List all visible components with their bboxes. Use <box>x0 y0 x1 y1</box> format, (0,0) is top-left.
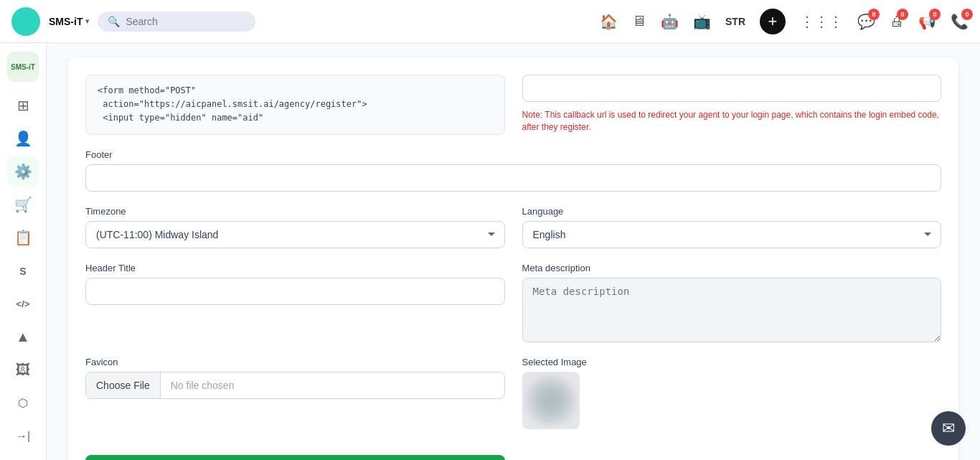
selected-image-preview <box>526 375 576 426</box>
sidebar-logo-text: SMS-iT <box>11 63 35 71</box>
update-information-button[interactable]: Update Information <box>85 455 505 460</box>
footer-input[interactable]: Joe's Marketing 18185558888 <box>85 164 941 192</box>
search-icon: 🔍 <box>108 16 120 27</box>
top-navigation: SMS-iT ▾ 🔍 🏠 🖥 🤖 📺 STR + ⋮⋮⋮ 💬 8 🖨 0 📢 0… <box>0 0 980 43</box>
brand-name[interactable]: SMS-iT ▾ <box>49 16 89 27</box>
form-grid: Footer Joe's Marketing 18185558888 Timez… <box>85 149 941 460</box>
sidebar: SMS-iT ⊞ 👤 ⚙️ 🛒 📋 S </> ▲ 🖼 ⬡ →| <box>0 43 47 460</box>
meta-desc-textarea[interactable] <box>522 278 942 342</box>
messages-icon-btn[interactable]: 💬 8 <box>857 13 875 30</box>
tv-icon-btn[interactable]: 📺 <box>693 13 711 30</box>
robot-icon-btn[interactable]: 🤖 <box>661 13 679 30</box>
plus-button[interactable]: + <box>760 9 786 34</box>
chat-widget-icon: ✉ <box>942 419 955 438</box>
favicon-label: Favicon <box>85 357 505 367</box>
selected-image-group: Selected Image <box>522 357 942 429</box>
sidebar-item-triangle[interactable]: ▲ <box>7 322 39 352</box>
language-label: Language <box>522 206 942 217</box>
search-bar[interactable]: 🔍 <box>98 11 255 32</box>
brand-label: SMS-iT <box>49 16 83 27</box>
sidebar-item-images[interactable]: 🖼 <box>7 355 39 385</box>
language-group: Language English Spanish French German <box>522 206 942 248</box>
broadcast-badge: 0 <box>929 9 941 20</box>
body-layout: SMS-iT ⊞ 👤 ⚙️ 🛒 📋 S </> ▲ 🖼 ⬡ →| <form m… <box>0 43 980 460</box>
file-no-chosen-label: No file chosen <box>161 372 504 398</box>
timezone-select[interactable]: (UTC-11:00) Midway Island (UTC-10:00) Ha… <box>85 221 505 248</box>
timezone-group: Timezone (UTC-11:00) Midway Island (UTC-… <box>85 206 505 248</box>
sidebar-item-contacts[interactable]: 👤 <box>7 123 39 154</box>
sidebar-item-hex[interactable]: ⬡ <box>7 388 39 418</box>
brand-logo <box>11 7 40 36</box>
settings-card: <form method="POST" action="https://aicp… <box>68 57 958 460</box>
search-input[interactable] <box>126 16 245 27</box>
grid-icon-btn[interactable]: ⋮⋮⋮ <box>800 13 843 30</box>
selected-image-label: Selected Image <box>522 357 942 367</box>
selected-image-box <box>522 372 580 429</box>
sidebar-logo[interactable]: SMS-iT <box>7 52 39 82</box>
sidebar-item-exit[interactable]: →| <box>7 421 39 451</box>
footer-group: Footer Joe's Marketing 18185558888 <box>85 149 941 192</box>
file-input-container: Choose File No file chosen <box>85 372 505 399</box>
messages-badge: 8 <box>868 9 880 20</box>
brand-chevron: ▾ <box>85 17 89 25</box>
callback-section: https://www.login.joesmarketing.co Note:… <box>522 75 942 135</box>
meta-desc-label: Meta description <box>522 263 942 273</box>
sidebar-item-store[interactable]: 🛒 <box>7 189 39 220</box>
timezone-label: Timezone <box>85 206 505 217</box>
chat-widget-button[interactable]: ✉ <box>931 411 966 446</box>
meta-desc-group: Meta description <box>522 263 942 342</box>
phone-icon-btn[interactable]: 📞 0 <box>951 13 969 30</box>
footer-label: Footer <box>85 149 941 160</box>
sidebar-item-dashboard[interactable]: ⊞ <box>7 90 39 121</box>
printer-badge: 0 <box>897 9 908 20</box>
header-title-label: Header Title <box>85 263 505 273</box>
callback-url-input[interactable]: https://www.login.joesmarketing.co <box>522 75 942 102</box>
embed-code-block: <form method="POST" action="https://aicp… <box>85 75 505 135</box>
str-label[interactable]: STR <box>725 16 745 27</box>
callback-note: Note: This callback url is used to redir… <box>522 109 942 133</box>
printer-icon-btn[interactable]: 🖨 0 <box>890 13 904 29</box>
monitor-icon-btn[interactable]: 🖥 <box>632 13 646 29</box>
nav-icons: 🏠 🖥 🤖 📺 STR + ⋮⋮⋮ 💬 8 🖨 0 📢 0 📞 0 <box>600 9 969 34</box>
code-section: <form method="POST" action="https://aicp… <box>85 75 505 135</box>
phone-badge: 0 <box>961 9 973 20</box>
language-select[interactable]: English Spanish French German <box>522 221 942 248</box>
main-content: <form method="POST" action="https://aicp… <box>47 43 980 460</box>
sidebar-item-sms[interactable]: S <box>7 255 39 286</box>
sidebar-item-tables[interactable]: 📋 <box>7 222 39 253</box>
choose-file-button[interactable]: Choose File <box>86 372 161 398</box>
home-icon-btn[interactable]: 🏠 <box>600 13 618 30</box>
header-title-input[interactable]: Joe's Marketing <box>85 278 505 305</box>
favicon-group: Favicon Choose File No file chosen <box>85 357 505 429</box>
top-section: <form method="POST" action="https://aicp… <box>85 75 941 135</box>
sidebar-item-settings[interactable]: ⚙️ <box>7 156 39 187</box>
header-title-group: Header Title Joe's Marketing <box>85 263 505 342</box>
sidebar-item-code[interactable]: </> <box>7 289 39 319</box>
broadcast-icon-btn[interactable]: 📢 0 <box>918 13 936 30</box>
